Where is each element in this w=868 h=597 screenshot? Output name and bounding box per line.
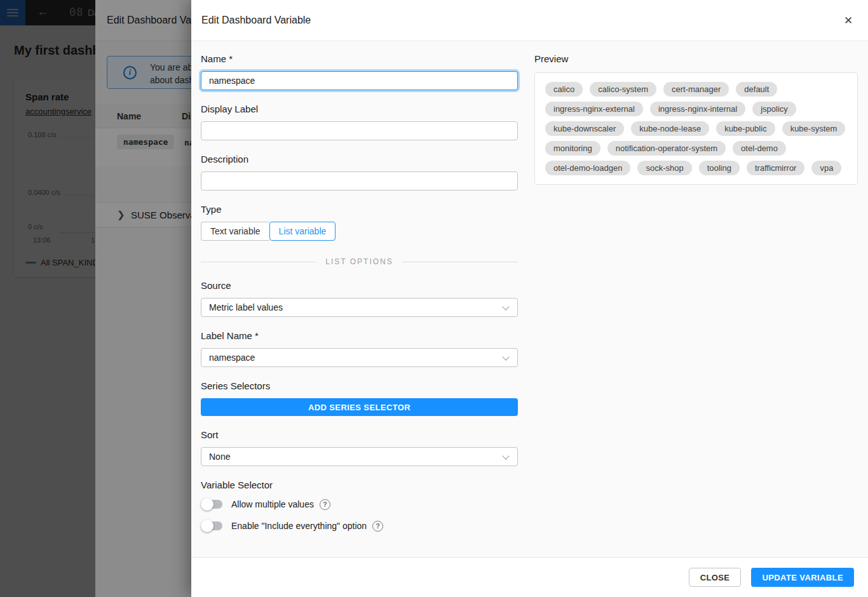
description-label: Description bbox=[201, 154, 519, 164]
variable-form: Name * Display Label Description Type Te… bbox=[191, 41, 519, 557]
preview-chip: monitoring bbox=[545, 141, 600, 156]
preview-chip: kube-public bbox=[716, 121, 775, 136]
source-select[interactable]: Metric label values bbox=[201, 298, 518, 317]
modal-footer: CLOSE UPDATE VARIABLE bbox=[191, 557, 868, 597]
enable-include-everything-label: Enable "Include everything" option bbox=[231, 521, 367, 531]
edit-variable-modal: Edit Dashboard Variable ✕ Name * Display… bbox=[191, 0, 868, 597]
preview-chip: ingress-nginx-external bbox=[545, 102, 643, 116]
allow-multiple-values-row: Allow multiple values ? bbox=[201, 497, 519, 511]
sort-label: Sort bbox=[201, 429, 519, 440]
preview-chip: calico bbox=[545, 82, 583, 97]
modal-body: Name * Display Label Description Type Te… bbox=[191, 41, 868, 557]
preview-chip: calico-system bbox=[590, 82, 656, 97]
preview-chip: tooling bbox=[699, 161, 740, 175]
label-name-label: Label Name * bbox=[201, 330, 519, 341]
list-variable-button[interactable]: List variable bbox=[269, 222, 336, 241]
source-label: Source bbox=[201, 280, 519, 291]
series-selectors-label: Series Selectors bbox=[201, 380, 519, 391]
preview-chip: jspolicy bbox=[752, 102, 796, 116]
update-variable-button[interactable]: UPDATE VARIABLE bbox=[751, 568, 854, 587]
text-variable-button[interactable]: Text variable bbox=[201, 222, 269, 241]
preview-chip: notification-operator-system bbox=[607, 141, 726, 156]
chevron-down-icon bbox=[502, 303, 509, 310]
preview-card: calico calico-system cert-manager defaul… bbox=[534, 72, 858, 185]
preview-chip: cert-manager bbox=[663, 82, 729, 97]
preview-chip: kube-downscaler bbox=[545, 121, 624, 136]
label-name-value: namespace bbox=[209, 352, 255, 363]
add-series-selector-button[interactable]: ADD SERIES SELECTOR bbox=[201, 398, 518, 416]
type-label: Type bbox=[201, 204, 519, 215]
preview-chip: otel-demo bbox=[733, 141, 786, 156]
enable-include-everything-toggle[interactable] bbox=[201, 520, 222, 532]
description-input[interactable] bbox=[201, 171, 518, 191]
preview-chip: ingress-nginx-internal bbox=[650, 102, 745, 116]
preview-section: Preview calico calico-system cert-manage… bbox=[519, 41, 868, 557]
modal-header: Edit Dashboard Variable ✕ bbox=[191, 0, 868, 41]
preview-label: Preview bbox=[534, 53, 858, 64]
variable-selector-label: Variable Selector bbox=[201, 480, 519, 490]
preview-chip: sock-shop bbox=[637, 161, 691, 175]
display-label-input[interactable] bbox=[201, 121, 518, 140]
preview-chip: kube-system bbox=[782, 121, 846, 136]
display-label-label: Display Label bbox=[201, 104, 519, 114]
preview-chip: vpa bbox=[811, 161, 841, 175]
label-name-select[interactable]: namespace bbox=[201, 348, 518, 367]
preview-chip: kube-node-lease bbox=[631, 121, 709, 136]
enable-include-everything-row: Enable "Include everything" option ? bbox=[201, 519, 519, 533]
close-icon[interactable]: ✕ bbox=[840, 13, 857, 29]
preview-chip: default bbox=[736, 82, 777, 97]
source-value: Metric label values bbox=[209, 302, 283, 312]
help-icon[interactable]: ? bbox=[320, 499, 330, 510]
chevron-down-icon bbox=[502, 353, 509, 360]
name-label: Name * bbox=[201, 53, 519, 64]
help-icon[interactable]: ? bbox=[372, 521, 383, 532]
allow-multiple-values-label: Allow multiple values bbox=[231, 499, 314, 509]
name-input[interactable] bbox=[201, 71, 518, 90]
preview-chip: otel-demo-loadgen bbox=[545, 161, 630, 175]
preview-chip: trafficmirror bbox=[747, 161, 804, 175]
sort-select[interactable]: None bbox=[201, 447, 518, 466]
allow-multiple-values-toggle[interactable] bbox=[201, 498, 222, 511]
list-options-label: LIST OPTIONS bbox=[316, 257, 402, 266]
type-toggle-group: Text variable List variable bbox=[201, 222, 519, 241]
modal-title: Edit Dashboard Variable bbox=[201, 15, 311, 26]
list-options-divider: LIST OPTIONS bbox=[201, 257, 518, 266]
close-button[interactable]: CLOSE bbox=[689, 568, 742, 587]
sort-value: None bbox=[209, 452, 230, 462]
chevron-down-icon bbox=[502, 452, 509, 459]
